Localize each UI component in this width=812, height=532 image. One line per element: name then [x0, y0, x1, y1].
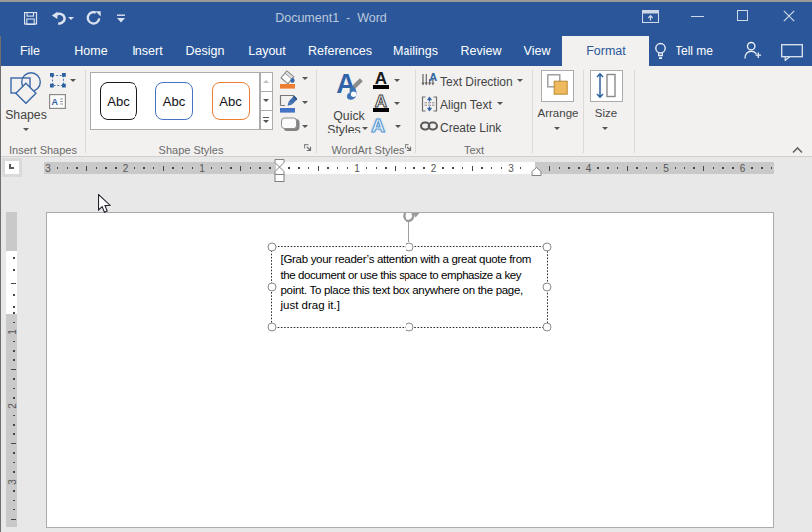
svg-text:A: A [52, 97, 59, 107]
svg-text:A: A [429, 73, 437, 83]
